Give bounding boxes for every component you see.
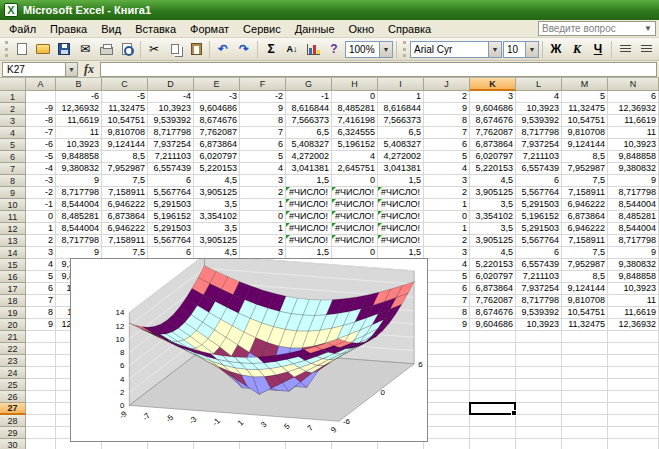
cell[interactable]: [26, 391, 56, 403]
cell[interactable]: 5,567764: [516, 187, 562, 199]
align-left-button[interactable]: [615, 40, 635, 59]
cell[interactable]: [608, 403, 659, 415]
cell[interactable]: 9,848858: [56, 151, 102, 163]
cell[interactable]: [608, 427, 659, 439]
cell[interactable]: -5: [102, 91, 148, 103]
cell[interactable]: 6,946222: [102, 223, 148, 235]
cell[interactable]: [516, 427, 562, 439]
cell[interactable]: [424, 331, 470, 343]
cell[interactable]: 3: [240, 175, 286, 187]
menu-tools[interactable]: Сервис: [236, 21, 288, 37]
cell[interactable]: 6: [424, 283, 470, 295]
cell[interactable]: -3: [26, 175, 56, 187]
cell[interactable]: 9: [26, 319, 56, 331]
cell[interactable]: 6,946222: [562, 223, 608, 235]
cell[interactable]: 6,873864: [470, 139, 516, 151]
cell[interactable]: -4: [26, 163, 56, 175]
cell[interactable]: 2: [424, 235, 470, 247]
cell[interactable]: 6: [516, 175, 562, 187]
name-box[interactable]: K27 ▼: [2, 62, 78, 77]
cell[interactable]: 6,946222: [102, 199, 148, 211]
cell[interactable]: 10,54751: [562, 307, 608, 319]
cell[interactable]: 5,567764: [148, 187, 194, 199]
cell[interactable]: 6: [424, 139, 470, 151]
cell[interactable]: [470, 331, 516, 343]
cell[interactable]: 3,041381: [286, 163, 332, 175]
cell[interactable]: 8,674676: [194, 115, 240, 127]
cell[interactable]: 6: [148, 175, 194, 187]
new-document-button[interactable]: [12, 40, 32, 59]
row-header-28[interactable]: 28: [0, 415, 26, 427]
cell[interactable]: 5: [424, 151, 470, 163]
cell[interactable]: [608, 391, 659, 403]
cell[interactable]: [516, 439, 562, 449]
cell[interactable]: 4,272002: [378, 151, 424, 163]
cell[interactable]: 3: [26, 247, 56, 259]
cell[interactable]: 7,158911: [102, 187, 148, 199]
cell[interactable]: [608, 355, 659, 367]
cell[interactable]: [608, 331, 659, 343]
cell[interactable]: 8,717798: [608, 235, 659, 247]
cell[interactable]: 7,762087: [194, 127, 240, 139]
cell[interactable]: [424, 379, 470, 391]
cell[interactable]: [26, 427, 56, 439]
cell[interactable]: 3,905125: [194, 235, 240, 247]
align-center-button[interactable]: [636, 40, 656, 59]
cell[interactable]: 9,604686: [470, 319, 516, 331]
cell[interactable]: 7,952987: [102, 163, 148, 175]
column-header-H[interactable]: H: [332, 78, 378, 91]
toolbar-grip[interactable]: [5, 41, 8, 57]
cell[interactable]: 2,645751: [332, 163, 378, 175]
cell[interactable]: -8: [26, 115, 56, 127]
cell[interactable]: 4: [516, 91, 562, 103]
cell[interactable]: 1,5: [378, 175, 424, 187]
cell[interactable]: 2: [26, 235, 56, 247]
cell[interactable]: #ЧИСЛО!: [332, 187, 378, 199]
row-header-20[interactable]: 20: [0, 319, 26, 331]
cell[interactable]: 8,544004: [608, 199, 659, 211]
cell[interactable]: 6,557439: [516, 259, 562, 271]
menu-file[interactable]: Файл: [2, 21, 43, 37]
cell[interactable]: [516, 403, 562, 415]
cell[interactable]: 3: [424, 247, 470, 259]
cell[interactable]: 4: [424, 163, 470, 175]
column-header-D[interactable]: D: [148, 78, 194, 91]
cell[interactable]: 10,3923: [608, 283, 659, 295]
menu-edit[interactable]: Правка: [43, 21, 94, 37]
row-header-30[interactable]: 30: [0, 439, 26, 449]
cell[interactable]: 11,32475: [102, 103, 148, 115]
cell[interactable]: 5,567764: [516, 235, 562, 247]
cell[interactable]: 7: [424, 127, 470, 139]
cell[interactable]: 11,32475: [562, 319, 608, 331]
row-header-14[interactable]: 14: [0, 247, 26, 259]
cell[interactable]: 5: [240, 151, 286, 163]
cell[interactable]: #ЧИСЛО!: [286, 235, 332, 247]
row-header-29[interactable]: 29: [0, 427, 26, 439]
cell[interactable]: [562, 403, 608, 415]
column-header-N[interactable]: N: [608, 78, 659, 91]
cell[interactable]: 9: [240, 103, 286, 115]
font-combobox[interactable]: Arial Cyr ▼: [410, 41, 502, 58]
cell[interactable]: 5,408327: [378, 139, 424, 151]
cell[interactable]: [26, 403, 56, 415]
toolbar-grip[interactable]: [403, 41, 406, 57]
cell[interactable]: #ЧИСЛО!: [286, 199, 332, 211]
cell[interactable]: 7,937254: [148, 139, 194, 151]
cell[interactable]: 8,5: [102, 151, 148, 163]
cell[interactable]: [424, 403, 470, 415]
cell[interactable]: 2: [424, 187, 470, 199]
save-button[interactable]: [54, 40, 74, 59]
cell[interactable]: 6,557439: [516, 163, 562, 175]
cell[interactable]: 6,873864: [194, 139, 240, 151]
row-header-19[interactable]: 19: [0, 307, 26, 319]
cell[interactable]: 8,485281: [56, 211, 102, 223]
cell[interactable]: #ЧИСЛО!: [378, 187, 424, 199]
cell[interactable]: 0: [332, 175, 378, 187]
menu-insert[interactable]: Вставка: [128, 21, 183, 37]
cell[interactable]: 6,946222: [562, 199, 608, 211]
column-header-L[interactable]: L: [516, 78, 562, 91]
cell[interactable]: 9,810708: [562, 127, 608, 139]
cell[interactable]: 4: [26, 259, 56, 271]
cell[interactable]: [562, 343, 608, 355]
cell[interactable]: 5,291503: [516, 199, 562, 211]
